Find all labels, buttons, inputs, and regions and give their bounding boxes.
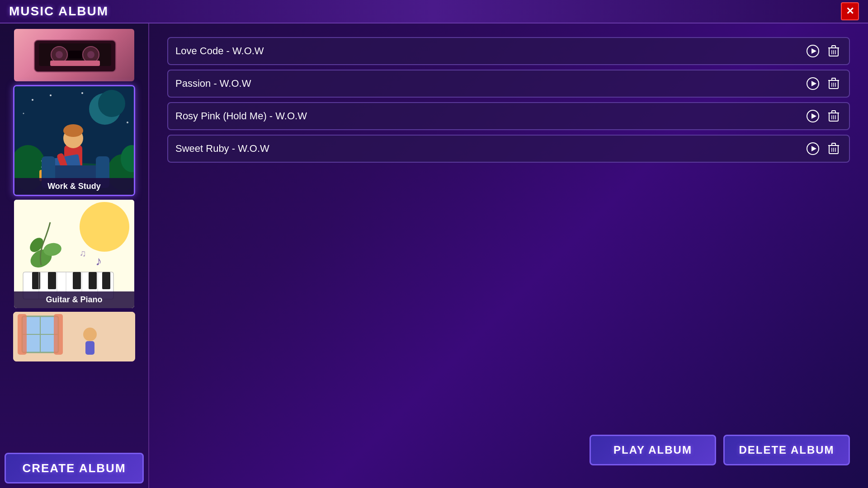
song-list: Love Code - W.O.W [167, 37, 850, 426]
play-icon-4 [807, 142, 819, 155]
delete-album-button[interactable]: DELETE ALBUM [723, 435, 850, 465]
album-item-work-study[interactable]: Work & Study [13, 85, 135, 196]
song-item-2[interactable]: Passion - W.O.W [167, 70, 850, 98]
song-item-1[interactable]: Love Code - W.O.W [167, 37, 850, 65]
close-icon: ✕ [846, 5, 854, 17]
delete-button-2[interactable] [826, 75, 842, 92]
main-content: Work & Study [0, 23, 868, 488]
delete-button-4[interactable] [826, 141, 842, 157]
song-actions-2 [805, 75, 842, 92]
svg-point-10 [98, 90, 125, 117]
song-actions-1 [805, 43, 842, 59]
album-list: Work & Study [0, 23, 148, 448]
play-icon-2 [807, 77, 819, 90]
svg-rect-35 [73, 272, 81, 289]
svg-point-22 [63, 124, 83, 137]
album-item-partial-bottom[interactable] [13, 312, 135, 361]
svg-point-14 [23, 113, 24, 114]
title-bar: MUSIC ALBUM ✕ [0, 0, 868, 23]
delete-button-1[interactable] [826, 43, 842, 59]
svg-text:♫: ♫ [80, 248, 86, 258]
svg-rect-55 [85, 341, 94, 355]
create-album-button[interactable]: CREATE ALBUM [5, 453, 144, 483]
svg-point-54 [83, 328, 97, 341]
play-icon-1 [807, 45, 819, 57]
song-actions-4 [805, 141, 842, 157]
svg-point-3 [56, 51, 63, 58]
svg-point-5 [87, 51, 94, 58]
svg-point-15 [127, 122, 128, 123]
trash-icon-4 [828, 142, 840, 155]
album-item-cassette-partial[interactable] [13, 28, 135, 82]
close-button[interactable]: ✕ [841, 2, 859, 20]
album-label-guitar-piano: Guitar & Piano [14, 291, 134, 308]
song-item-3[interactable]: Rosy Pink (Hold Me) - W.O.W [167, 102, 850, 130]
svg-marker-57 [811, 48, 816, 54]
svg-point-11 [32, 99, 33, 101]
app-title: MUSIC ALBUM [9, 4, 108, 19]
svg-marker-81 [811, 146, 816, 151]
trash-icon-2 [828, 77, 840, 90]
play-button-4[interactable] [805, 141, 821, 157]
svg-rect-34 [48, 272, 56, 289]
song-title-1: Love Code - W.O.W [175, 45, 805, 57]
trash-icon-1 [828, 45, 840, 57]
play-button-3[interactable] [805, 108, 821, 124]
svg-marker-65 [811, 81, 816, 86]
album-item-guitar-piano[interactable]: ♪ ♫ Guitar & Piano [13, 199, 135, 309]
song-item-4[interactable]: Sweet Ruby - W.O.W [167, 135, 850, 163]
svg-rect-76 [832, 111, 835, 113]
song-title-3: Rosy Pink (Hold Me) - W.O.W [175, 110, 805, 122]
partial-album-illustration [13, 312, 135, 361]
play-button-2[interactable] [805, 75, 821, 92]
svg-rect-52 [18, 314, 27, 355]
svg-text:♪: ♪ [95, 254, 102, 268]
play-album-button[interactable]: PLAY ALBUM [590, 435, 716, 465]
svg-rect-60 [832, 46, 835, 48]
right-panel: Love Code - W.O.W [149, 23, 868, 488]
sidebar: Work & Study [0, 23, 149, 488]
svg-rect-53 [54, 314, 63, 355]
album-label-work-study: Work & Study [14, 178, 134, 195]
play-button-1[interactable] [805, 43, 821, 59]
svg-marker-73 [811, 113, 816, 119]
svg-rect-36 [89, 272, 97, 289]
svg-rect-6 [68, 51, 82, 59]
play-icon-3 [807, 110, 819, 122]
svg-point-31 [80, 202, 129, 252]
trash-icon-3 [828, 110, 840, 122]
svg-point-13 [81, 92, 83, 94]
song-title-2: Passion - W.O.W [175, 78, 805, 89]
svg-rect-84 [832, 143, 835, 145]
svg-rect-68 [832, 78, 835, 80]
delete-button-3[interactable] [826, 108, 842, 124]
song-actions-3 [805, 108, 842, 124]
svg-rect-7 [50, 61, 100, 66]
svg-point-12 [50, 94, 52, 96]
svg-rect-37 [102, 272, 110, 289]
bottom-actions: PLAY ALBUM DELETE ALBUM [167, 435, 850, 474]
song-title-4: Sweet Ruby - W.O.W [175, 143, 805, 155]
cassette-icon [30, 33, 120, 79]
